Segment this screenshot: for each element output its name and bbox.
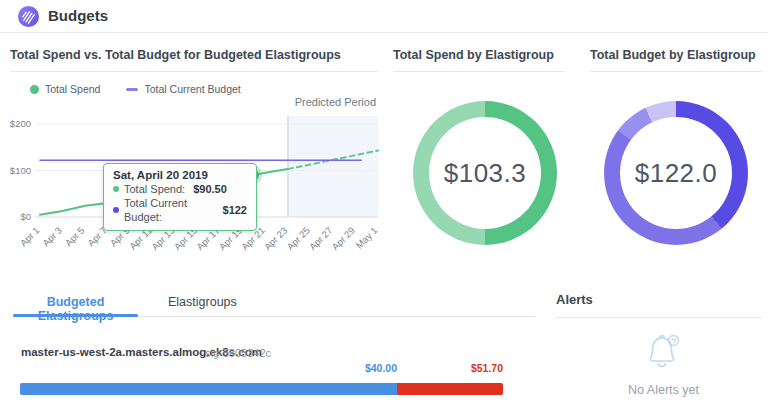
- y-axis-tick-label: $200: [10, 118, 31, 129]
- x-axis-tick-label: Apr 5: [63, 225, 87, 249]
- legend-label: Total Current Budget: [144, 83, 240, 95]
- no-alerts-text: No Alerts yet: [586, 383, 741, 397]
- y-axis-tick-label: $0: [20, 211, 31, 222]
- tooltip-label: Total Spend:: [124, 182, 185, 196]
- budgets-page: Budgets Total Spend vs. Total Budget for…: [0, 0, 768, 414]
- spotinst-logo-icon[interactable]: [17, 5, 40, 28]
- budget-usage-bar: $40.00 $51.70: [20, 362, 503, 396]
- x-axis-tick-label: May 1: [353, 225, 379, 251]
- legend-item-total-current-budget[interactable]: Total Current Budget: [126, 83, 240, 95]
- legend-label: Total Spend: [45, 83, 100, 95]
- tooltip-label: Total Current Budget:: [124, 196, 215, 224]
- bell-icon: [637, 330, 689, 376]
- spend-donut-divider: [393, 71, 565, 72]
- tab-budgeted-elastigroups[interactable]: Budgeted Elastigroups: [13, 290, 138, 335]
- x-axis-tick-label: Apr 27: [307, 225, 335, 253]
- x-axis-tick-label: Apr 1: [18, 225, 42, 249]
- x-axis-tick-label: Apr 3: [40, 225, 64, 249]
- tooltip-value: $122: [223, 203, 247, 217]
- page-title: Budgets: [48, 7, 108, 24]
- y-axis-tick-label: $100: [10, 165, 31, 176]
- x-axis-tick-label: Apr 23: [262, 225, 290, 253]
- total-budget-donut-chart: $122.0: [604, 101, 748, 245]
- line-chart-title: Total Spend vs. Total Budget for Budgete…: [10, 48, 341, 62]
- total-budget-value: $122.0: [635, 158, 718, 189]
- chart-tooltip: Sat, April 20 2019 Total Spend: $90.50 T…: [103, 163, 257, 231]
- total-spend-dot-icon: [30, 85, 39, 94]
- donut-hole: $122.0: [620, 117, 732, 229]
- budget-bar-spend-segment: [20, 383, 397, 395]
- spend-bullet-icon: [113, 186, 119, 192]
- x-axis-tick-label: Apr 25: [284, 225, 312, 253]
- budget-donut-divider: [590, 71, 762, 72]
- budget-bar-over-segment: [397, 383, 503, 395]
- tooltip-date: Sat, April 20 2019: [113, 169, 247, 181]
- spend-amount-label: $40.00: [365, 362, 397, 374]
- overspend-amount-label: $51.70: [471, 362, 503, 374]
- line-chart-title-divider: [10, 71, 378, 72]
- active-tab-underline: [13, 314, 138, 317]
- tooltip-row-budget: Total Current Budget: $122: [113, 196, 247, 224]
- bottom-tabs: Budgeted Elastigroups Elastigroups: [13, 290, 237, 335]
- x-axis-tick-label: Apr 29: [329, 225, 357, 253]
- tooltip-row-spend: Total Spend: $90.50: [113, 182, 247, 196]
- elastigroup-sig-id: sig-5505342c: [205, 347, 271, 359]
- predicted-period-label: Predicted Period: [250, 96, 376, 108]
- legend-item-total-spend[interactable]: Total Spend: [30, 83, 100, 95]
- chart-legend: Total Spend Total Current Budget: [30, 83, 241, 95]
- spend-donut-title: Total Spend by Elastigroup: [393, 48, 554, 62]
- total-spend-value: $103.3: [444, 158, 527, 189]
- donut-hole: $103.3: [429, 117, 541, 229]
- budget-dash-icon: [126, 88, 138, 91]
- budget-donut-title: Total Budget by Elastigroup: [590, 48, 756, 62]
- budget-bullet-icon: [113, 207, 119, 213]
- alerts-divider: [556, 317, 762, 318]
- alerts-title: Alerts: [556, 292, 593, 307]
- budget-bar-track: [20, 383, 503, 395]
- tab-elastigroups[interactable]: Elastigroups: [168, 290, 237, 335]
- tooltip-value: $90.50: [193, 182, 227, 196]
- total-spend-donut-chart: $103.3: [413, 101, 557, 245]
- header: Budgets: [0, 0, 768, 33]
